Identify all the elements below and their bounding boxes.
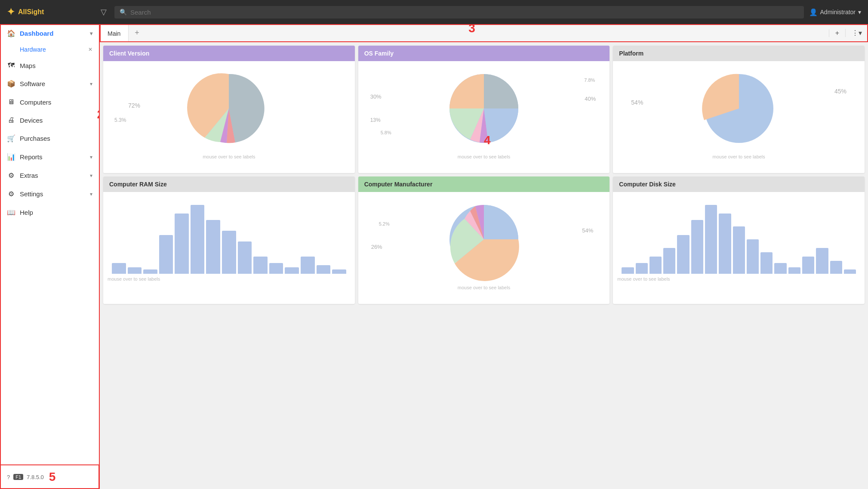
search-bar: 🔍 <box>114 6 804 19</box>
pie-label-72: 72% <box>128 102 140 109</box>
sidebar-label-reports: Reports <box>20 153 43 161</box>
bar-item <box>622 267 634 274</box>
bar-item <box>830 261 842 274</box>
version-label: 7.8.5.0 <box>27 474 44 480</box>
chart-body-disk-size: mouse over to see labels <box>613 192 865 304</box>
pie-label-os-78: 7.8% <box>584 77 595 83</box>
tab-add-button[interactable]: + <box>129 28 145 37</box>
bar-item <box>332 269 346 274</box>
purchases-icon: 🛒 <box>7 134 15 142</box>
bar-item <box>159 235 173 274</box>
sidebar-item-maps[interactable]: 🗺 Maps <box>0 56 99 74</box>
tab-more-button[interactable]: ⋮ ▾ <box>845 29 868 37</box>
sidebar-item-purchases[interactable]: 🛒 Purchases <box>0 129 99 148</box>
sidebar-item-computers[interactable]: 🖥 Computers <box>0 93 99 111</box>
chart-title-os-family: OS Family <box>358 46 610 61</box>
tab-main-label: Main <box>108 30 120 37</box>
sidebar-label-software: Software <box>20 80 45 87</box>
sidebar-item-devices[interactable]: 🖨 Devices 2 <box>0 111 99 129</box>
annotation-3: 3 <box>468 24 475 35</box>
chart-title-manufacturer: Computer Manufacturer <box>358 176 610 192</box>
sidebar-label-maps: Maps <box>20 62 36 69</box>
sidebar-label-help: Help <box>20 209 33 216</box>
sidebar-label-hardware: Hardware <box>20 46 46 53</box>
bar-item <box>691 220 703 274</box>
extras-icon: ⚙ <box>7 171 15 180</box>
bar-item <box>816 248 828 274</box>
computers-icon: 🖥 <box>7 98 15 106</box>
bar-chart-disk <box>617 196 860 274</box>
reports-icon: 📊 <box>7 153 15 161</box>
chart-body-ram-size: mouse over to see labels <box>103 192 355 304</box>
sidebar-footer: ? F1 7.8.5.0 5 <box>0 464 99 489</box>
chart-hint-manufacturer: mouse over to see labels <box>458 285 510 290</box>
tab-bar: Main + 3 + ⋮ ▾ <box>100 24 868 42</box>
chart-body-manufacturer: 54% 26% 5.2% mouse over to see labels <box>358 192 610 304</box>
user-chevron-icon: ▾ <box>858 9 861 15</box>
user-area[interactable]: 👤 Administrator ▾ <box>809 8 861 16</box>
chart-body-os-family: 40% 30% 13% 5.8% 7.8% mouse over to see … <box>358 61 610 173</box>
bar-item <box>112 263 126 274</box>
sidebar-item-dashboard[interactable]: 🏠 Dashboard ▾ <box>0 24 99 43</box>
chart-title-platform: Platform <box>613 46 865 61</box>
bar-item <box>285 267 299 274</box>
bar-item <box>636 263 648 274</box>
sidebar-label-dashboard: Dashboard <box>20 30 53 37</box>
sidebar-item-settings[interactable]: ⚙ Settings ▾ <box>0 185 99 203</box>
bar-item <box>774 263 786 274</box>
chart-body-client-version: 72% 5.3% mouse over to see labels <box>103 61 355 173</box>
sidebar-item-software[interactable]: 📦 Software ▾ <box>0 74 99 93</box>
pie-label-os-30: 30% <box>370 93 382 100</box>
maps-icon: 🗺 <box>7 62 15 69</box>
app-name: AllSight <box>18 8 44 16</box>
user-icon: 👤 <box>809 8 818 16</box>
bar-item <box>143 269 157 274</box>
bar-item <box>719 214 731 274</box>
f1-badge[interactable]: F1 <box>13 474 23 480</box>
software-icon: 📦 <box>7 80 15 88</box>
pie-label-mfr-54: 54% <box>582 227 593 234</box>
pie-os-family <box>441 65 527 152</box>
software-chevron-icon: ▾ <box>90 81 92 87</box>
tab-add-action-button[interactable]: + <box>829 29 845 37</box>
dashboard-chevron-icon: ▾ <box>90 31 92 37</box>
help-circle-icon[interactable]: ? <box>7 474 10 480</box>
bar-item <box>760 252 773 274</box>
dashboard-icon: 🏠 <box>7 29 15 37</box>
more-dots-icon: ⋮ <box>852 29 859 37</box>
pie-label-mfr-26: 26% <box>371 244 382 250</box>
sidebar-item-help[interactable]: 📖 Help <box>0 203 99 222</box>
pie-client-version <box>186 65 272 152</box>
bar-item <box>191 205 205 274</box>
bar-item <box>301 257 315 274</box>
chart-title-client-version: Client Version <box>103 46 355 61</box>
bar-item <box>844 269 856 274</box>
pie-label-mfr-52: 5.2% <box>379 221 390 226</box>
pie-platform <box>696 65 782 152</box>
user-label: Administrator <box>820 9 856 15</box>
bar-item <box>269 263 283 274</box>
sidebar-item-extras[interactable]: ⚙ Extras ▾ <box>0 166 99 185</box>
sidebar-label-settings: Settings <box>20 190 43 198</box>
app-logo: ✦ AllSight <box>7 6 93 18</box>
bar-item <box>206 220 220 274</box>
sidebar-subitem-hardware[interactable]: Hardware ✕ <box>0 43 99 56</box>
bar-chart-ram <box>108 196 351 274</box>
chart-platform: Platform 54% 45% mouse over to see label… <box>613 46 865 173</box>
logo-icon: ✦ <box>7 6 15 18</box>
sidebar-label-purchases: Purchases <box>20 135 50 142</box>
annotation-5: 5 <box>49 470 56 484</box>
chart-manufacturer: Computer Manufacturer 54% 26% <box>358 176 610 304</box>
sidebar-label-extras: Extras <box>20 172 38 179</box>
chart-body-platform: 54% 45% mouse over to see labels <box>613 61 865 173</box>
pie-label-os-58: 5.8% <box>381 130 391 135</box>
search-input[interactable] <box>130 9 799 16</box>
hardware-close-icon[interactable]: ✕ <box>88 46 92 53</box>
sidebar-item-reports[interactable]: 📊 Reports ▾ <box>0 148 99 166</box>
chart-hint-client-version: mouse over to see labels <box>203 154 255 159</box>
filter-button[interactable]: ▽ <box>98 5 109 19</box>
bar-item <box>663 248 675 274</box>
reports-chevron-icon: ▾ <box>90 154 92 160</box>
tab-main[interactable]: Main <box>100 24 129 42</box>
pie-label-53: 5.3% <box>114 117 126 123</box>
